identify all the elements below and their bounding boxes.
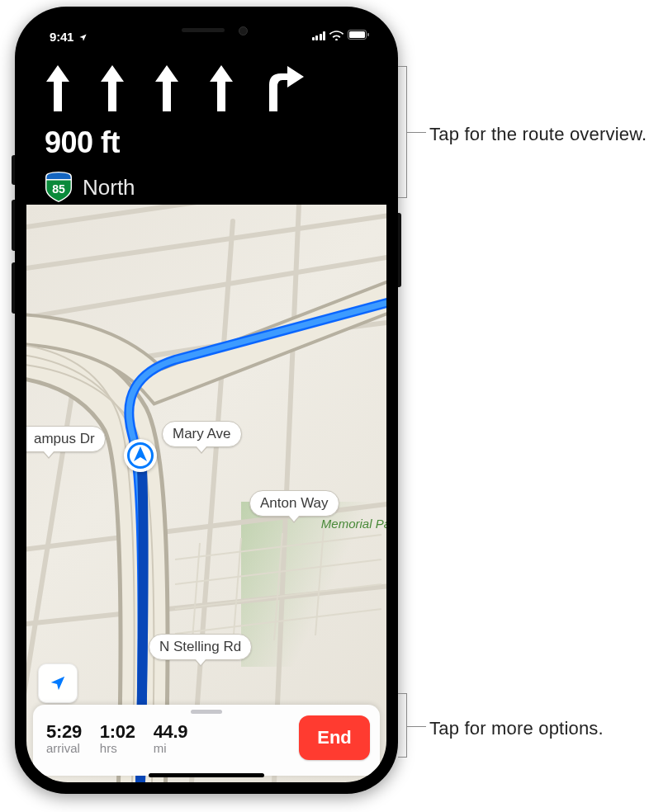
phone-frame: 9:41 900 ft bbox=[15, 7, 398, 794]
notch bbox=[124, 18, 289, 43]
power-button bbox=[398, 213, 401, 287]
map-label-anton-way: Anton Way bbox=[249, 490, 339, 517]
callout-route-overview: Tap for the route overview. bbox=[429, 124, 661, 145]
home-indicator[interactable] bbox=[149, 773, 264, 777]
volume-down-button bbox=[12, 262, 15, 314]
svg-rect-1 bbox=[349, 31, 365, 38]
route-info-tray[interactable]: 5:29 arrival 1:02 hrs 44.9 mi End bbox=[33, 705, 380, 776]
end-route-button[interactable]: End bbox=[299, 715, 370, 760]
arrival-time-value: 5:29 bbox=[46, 721, 82, 743]
route-shield-icon: 85 bbox=[45, 172, 73, 203]
map-view[interactable]: ampus Dr Mary Ave Anton Way N Stelling R… bbox=[26, 205, 386, 782]
map-label-memorial-park: Memorial Par bbox=[321, 517, 386, 531]
trip-duration: 1:02 hrs bbox=[100, 721, 135, 755]
battery-icon bbox=[348, 30, 370, 40]
status-time-text: 9:41 bbox=[50, 30, 73, 44]
route-shield-number: 85 bbox=[52, 182, 65, 196]
trip-duration-label: hrs bbox=[100, 741, 135, 755]
lane-arrow-straight-icon bbox=[208, 64, 235, 116]
location-arrow-icon bbox=[49, 674, 67, 692]
maneuver-distance: 900 ft bbox=[45, 125, 368, 160]
destination-direction: North bbox=[83, 175, 135, 201]
recenter-button[interactable] bbox=[38, 663, 78, 703]
status-time: 9:41 bbox=[50, 30, 88, 44]
callout-more-options-text: Tap for more options. bbox=[429, 718, 604, 739]
wifi-icon bbox=[329, 31, 343, 40]
map-label-campus-dr: ampus Dr bbox=[26, 426, 106, 452]
lane-arrow-straight-icon bbox=[99, 64, 126, 116]
lane-arrow-straight-icon bbox=[154, 64, 180, 116]
current-location-icon bbox=[124, 439, 157, 472]
arrival-time-label: arrival bbox=[46, 741, 82, 755]
trip-distance: 44.9 mi bbox=[154, 721, 188, 755]
lane-arrow-straight-icon bbox=[45, 64, 71, 116]
callout-more-options: Tap for more options. bbox=[429, 718, 661, 739]
trip-duration-value: 1:02 bbox=[100, 721, 135, 743]
arrival-time: 5:29 arrival bbox=[46, 721, 82, 755]
tray-grabber[interactable] bbox=[191, 710, 222, 714]
lane-arrow-right-icon bbox=[263, 64, 306, 116]
trip-distance-value: 44.9 bbox=[154, 721, 188, 743]
lane-guidance bbox=[45, 59, 368, 120]
map-label-n-stelling-rd: N Stelling Rd bbox=[149, 634, 252, 660]
map-label-mary-ave: Mary Ave bbox=[162, 421, 242, 447]
trip-distance-label: mi bbox=[154, 741, 188, 755]
callout-route-overview-text: Tap for the route overview. bbox=[429, 124, 647, 144]
screen: 9:41 900 ft bbox=[26, 18, 386, 782]
svg-rect-2 bbox=[367, 33, 369, 36]
volume-up-button bbox=[12, 200, 15, 251]
location-services-icon bbox=[78, 33, 88, 42]
cellular-icon bbox=[312, 31, 326, 40]
